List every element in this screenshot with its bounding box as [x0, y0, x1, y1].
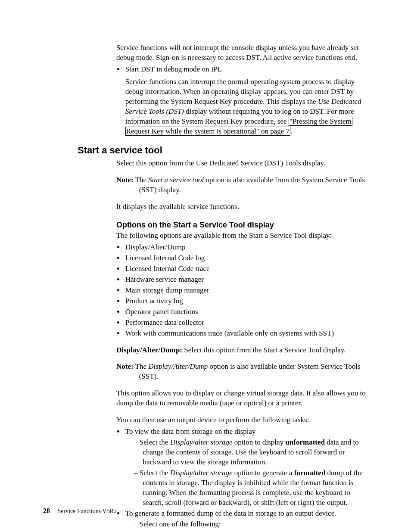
list-item: To generate a formatted dump of the data… — [125, 509, 368, 532]
bold-text: unformatted — [285, 438, 325, 446]
page-content: Service functions will not interrupt the… — [116, 43, 368, 532]
list-item: To view the data from storage on the dis… — [125, 427, 368, 508]
dash-list: Select one of the following: Dump to pri… — [125, 520, 368, 532]
heading-options: Options on the Start a Service Tool disp… — [116, 220, 368, 230]
list-item: Work with communications trace (availabl… — [125, 329, 368, 339]
bold-text: formatted — [294, 469, 326, 477]
note-label: Note: — [116, 362, 134, 370]
bullet-paragraph: Service functions can interrupt the norm… — [125, 77, 368, 137]
top-bullet-list: Start DST in debug mode on IPL Service f… — [116, 65, 368, 137]
footer-title: Service Functions V5R2 — [58, 508, 117, 514]
dad-tasks-intro: You can then use an output device to per… — [116, 415, 368, 425]
list-item: Dump to printer — [151, 530, 368, 532]
page-footer: 28 Service Functions V5R2 — [43, 506, 117, 516]
dad-desc: This option allows you to display or cha… — [116, 389, 368, 408]
note-block: Note: The Display/Alter/Dump option is a… — [116, 362, 368, 382]
list-item: Performance data collector — [125, 318, 368, 328]
italic-text: Start a service tool — [148, 176, 204, 184]
bullet-title: Start DST in debug mode on IPL — [125, 65, 222, 73]
intro-paragraph: Service functions will not interrupt the… — [116, 43, 368, 63]
list-item: Display/Alter/Dump — [125, 243, 368, 252]
dad-task-list: To view the data from storage on the dis… — [116, 427, 368, 532]
options-list: Display/Alter/Dump Licensed Internal Cod… — [116, 243, 368, 338]
cross-reference-link[interactable]: Request Key while the system is operatio… — [125, 127, 290, 136]
dad-intro: Display/Alter/Dump: Select this option f… — [116, 345, 368, 355]
list-item: Start DST in debug mode on IPL Service f… — [125, 65, 368, 137]
list-item: Product activity log — [125, 296, 368, 306]
options-intro: The following options are available from… — [116, 231, 368, 241]
italic-text: Display/alter storage — [170, 438, 233, 446]
list-item: Licensed Internal Code log — [125, 253, 368, 263]
list-item: Licensed Internal Code trace — [125, 264, 368, 274]
hyphen-list: Dump to printer — [143, 530, 368, 532]
sst-intro: Select this option from the Use Dedicate… — [116, 159, 368, 168]
note-label: Note: — [116, 176, 134, 184]
run-in-heading: Display/Alter/Dump: — [116, 346, 182, 354]
list-item: Select the Display/alter storage option … — [134, 438, 368, 467]
page: Service functions will not interrupt the… — [0, 0, 411, 532]
list-item: Select one of the following: Dump to pri… — [134, 520, 368, 532]
list-item: Operator panel functions — [125, 307, 368, 317]
list-item: Hardware service manager — [125, 275, 368, 285]
italic-text: Display/alter storage — [170, 469, 233, 477]
heading-start-a-service-tool: Start a service tool — [78, 144, 368, 157]
sst-displays: It displays the available service functi… — [116, 202, 368, 212]
dash-list: Select the Display/alter storage option … — [125, 438, 368, 508]
list-item: Select the Display/alter storage option … — [134, 468, 368, 508]
cross-reference-link[interactable]: "Pressing the System — [289, 117, 352, 126]
italic-text: Display/Alter/Dump — [148, 362, 208, 370]
page-number: 28 — [43, 507, 50, 514]
note-block: Note: The Start a service tool option is… — [116, 175, 368, 195]
list-item: Main storage dump manager — [125, 286, 368, 296]
italic-text: Dump to printer — [155, 531, 203, 532]
